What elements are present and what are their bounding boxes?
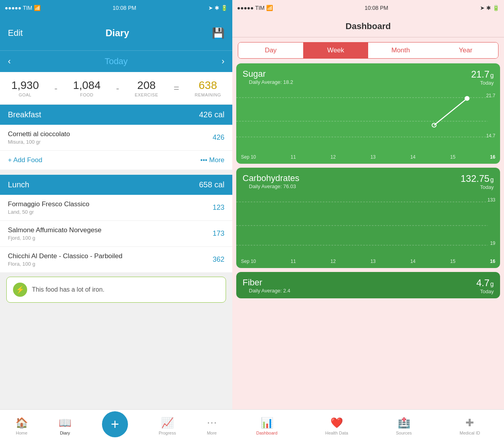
prev-day-button[interactable]: ‹ bbox=[8, 56, 11, 67]
sugar-date-4: 14 bbox=[410, 154, 415, 160]
calorie-bar: 1,930 GOAL - 1,084 FOOD - 208 EXERCISE =… bbox=[0, 72, 232, 105]
fiber-title: Fiber bbox=[243, 277, 296, 288]
nav-diary[interactable]: 📖 Diary bbox=[59, 417, 71, 435]
add-button[interactable]: + bbox=[102, 411, 128, 437]
carb-high-label: 133 bbox=[487, 197, 495, 203]
right-panel: ●●●●● TIM 📶 10:08 PM ➤ ✱ 🔋 Dashboard Day… bbox=[232, 0, 504, 442]
lunch-food-name-2: Salmone Affumicato Norvegese bbox=[8, 226, 102, 234]
segment-year[interactable]: Year bbox=[433, 43, 498, 58]
today-label[interactable]: Today bbox=[105, 56, 128, 67]
carrier-text: ●●●●● TIM bbox=[5, 5, 32, 11]
left-status-right: ➤ ✱ 🔋 bbox=[208, 5, 228, 11]
lunch-food-item-1[interactable]: Formaggio Fresco Classico Land, 50 gr 12… bbox=[0, 195, 232, 221]
right-location-icon: ➤ bbox=[480, 5, 485, 11]
home-icon: 🏠 bbox=[15, 417, 28, 429]
location-icon: ➤ bbox=[208, 5, 213, 11]
breakfast-header: Breakfast 426 cal bbox=[0, 105, 232, 125]
breakfast-food-name: Cornetti al cioccolato bbox=[8, 130, 70, 138]
lunch-food-item-3[interactable]: Chicchi Al Dente - Classico - Parboiled … bbox=[0, 247, 232, 273]
left-bottom-nav: 🏠 Home 📖 Diary + 📈 Progress ⋯ More bbox=[0, 409, 232, 442]
sugar-chart: 21.7 14.7 bbox=[236, 90, 500, 153]
carb-value-block: 132.75 g Today bbox=[461, 173, 494, 190]
right-time: 10:08 PM bbox=[365, 5, 388, 11]
edit-button[interactable]: Edit bbox=[8, 28, 23, 38]
save-icon[interactable]: 💾 bbox=[212, 27, 224, 39]
nav-progress[interactable]: 📈 Progress bbox=[159, 417, 176, 435]
carb-date-2: 12 bbox=[330, 259, 335, 264]
segment-week[interactable]: Week bbox=[303, 43, 368, 58]
diary-label: Diary bbox=[60, 431, 70, 435]
health-data-icon: ❤️ bbox=[330, 417, 343, 429]
sep2: - bbox=[116, 83, 119, 94]
goal-item: 1,930 GOAL bbox=[11, 79, 39, 97]
goal-value: 1,930 bbox=[11, 79, 39, 92]
sugar-axis: Sep 10 11 12 13 14 15 16 bbox=[236, 153, 500, 164]
food-label: FOOD bbox=[80, 92, 94, 97]
left-status-bar: ●●●●● TIM 📶 10:08 PM ➤ ✱ 🔋 bbox=[0, 0, 232, 16]
section-gap-1 bbox=[0, 170, 232, 175]
nav-health-data[interactable]: ❤️ Health Data bbox=[325, 417, 348, 435]
date-nav: ‹ Today › bbox=[0, 50, 232, 72]
breakfast-add-more-row: + Add Food ••• More bbox=[0, 151, 232, 170]
lunch-title: Lunch bbox=[8, 180, 30, 189]
iron-icon: ⚡ bbox=[13, 283, 27, 297]
right-battery-icon: 🔋 bbox=[493, 5, 499, 11]
fiber-today: Today bbox=[480, 289, 494, 294]
iron-notice: ⚡ This food has a lot of iron. bbox=[6, 277, 226, 303]
right-carrier: ●●●●● TIM bbox=[237, 5, 265, 11]
sugar-avg: Daily Average: 18.2 bbox=[243, 79, 300, 88]
carb-svg bbox=[236, 194, 500, 257]
sugar-date-1: 11 bbox=[291, 154, 296, 160]
lunch-food-cal-3: 362 bbox=[213, 255, 224, 264]
more-label: More bbox=[207, 431, 217, 435]
sugar-unit: g bbox=[490, 72, 494, 79]
fiber-card: Fiber Daily Average: 2.4 4.7 g Today bbox=[236, 272, 500, 298]
breakfast-food-item[interactable]: Cornetti al cioccolato Misura, 100 gr 42… bbox=[0, 125, 232, 151]
sugar-date-6: 16 bbox=[490, 154, 495, 160]
segment-day[interactable]: Day bbox=[238, 43, 303, 58]
dashboard-content: Sugar Daily Average: 18.2 21.7 g Today 2… bbox=[232, 63, 504, 409]
sugar-header: Sugar Daily Average: 18.2 21.7 g Today bbox=[236, 63, 500, 90]
nav-dashboard[interactable]: 📊 Dashboard bbox=[256, 417, 278, 435]
sugar-high-label: 21.7 bbox=[486, 93, 495, 98]
more-button[interactable]: ••• More bbox=[200, 156, 224, 164]
nav-more[interactable]: ⋯ More bbox=[207, 417, 217, 435]
lunch-header: Lunch 658 cal bbox=[0, 175, 232, 195]
goal-label: GOAL bbox=[19, 92, 32, 97]
lunch-food-detail-3: Flora, 100 g bbox=[8, 261, 122, 267]
plus-icon: + bbox=[111, 416, 119, 433]
lunch-calories: 658 cal bbox=[199, 180, 225, 189]
medical-id-icon: ✚ bbox=[465, 417, 474, 429]
wifi-icon: 📶 bbox=[34, 5, 41, 11]
next-day-button[interactable]: › bbox=[222, 56, 224, 67]
lunch-food-detail-2: Fjord, 100 g bbox=[8, 235, 102, 241]
health-data-label: Health Data bbox=[325, 431, 348, 435]
breakfast-food-detail: Misura, 100 gr bbox=[8, 139, 70, 145]
nav-medical-id[interactable]: ✚ Medical ID bbox=[460, 417, 480, 435]
carb-date-5: 15 bbox=[450, 259, 455, 264]
more-icon: ⋯ bbox=[207, 417, 217, 429]
carb-card: Carbohydrates Daily Average: 76.03 132.7… bbox=[236, 168, 500, 268]
sugar-card: Sugar Daily Average: 18.2 21.7 g Today 2… bbox=[236, 63, 500, 164]
sugar-today: Today bbox=[480, 80, 494, 86]
nav-sources[interactable]: 🏥 Sources bbox=[396, 417, 412, 435]
carb-date-6: 16 bbox=[490, 259, 495, 264]
lunch-food-info-2: Salmone Affumicato Norvegese Fjord, 100 … bbox=[8, 226, 102, 241]
lunch-food-item-2[interactable]: Salmone Affumicato Norvegese Fjord, 100 … bbox=[0, 221, 232, 247]
fiber-avg: Daily Average: 2.4 bbox=[243, 288, 296, 297]
nav-home[interactable]: 🏠 Home bbox=[15, 417, 28, 435]
carb-axis: Sep 10 11 12 13 14 15 16 bbox=[236, 257, 500, 268]
right-bottom-nav: 📊 Dashboard ❤️ Health Data 🏥 Sources ✚ M… bbox=[232, 409, 504, 442]
sugar-low-label: 14.7 bbox=[486, 133, 495, 139]
dashboard-label: Dashboard bbox=[256, 431, 278, 435]
carb-date-1: 11 bbox=[291, 259, 296, 264]
breakfast-food-cal: 426 bbox=[213, 133, 224, 142]
carb-avg: Daily Average: 76.03 bbox=[243, 183, 302, 192]
left-status-left: ●●●●● TIM 📶 bbox=[5, 5, 41, 11]
lunch-food-name-1: Formaggio Fresco Classico bbox=[8, 200, 89, 208]
segment-month[interactable]: Month bbox=[368, 43, 433, 58]
right-status-left: ●●●●● TIM 📶 bbox=[237, 5, 273, 11]
carb-unit: g bbox=[490, 176, 494, 183]
right-status-right: ➤ ✱ 🔋 bbox=[480, 5, 499, 11]
add-food-button[interactable]: + Add Food bbox=[8, 156, 42, 164]
